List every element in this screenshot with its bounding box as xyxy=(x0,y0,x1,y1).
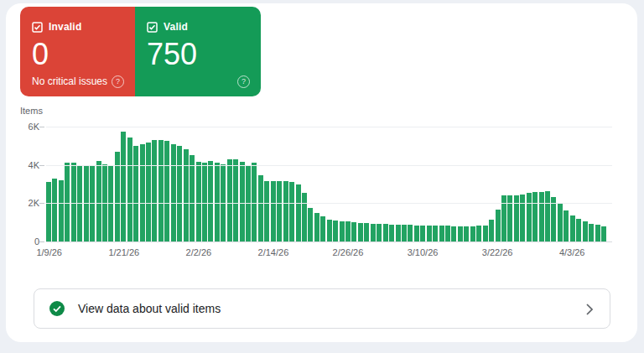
chart-bar[interactable] xyxy=(351,222,356,241)
chart-bar[interactable] xyxy=(402,225,407,241)
chart-bar[interactable] xyxy=(396,225,401,241)
chart-bar[interactable] xyxy=(414,226,419,241)
chart-bar[interactable] xyxy=(258,175,263,241)
chart-bar[interactable] xyxy=(558,204,563,241)
chart-bar[interactable] xyxy=(527,193,532,241)
chart-bar[interactable] xyxy=(264,181,269,241)
chart-bar[interactable] xyxy=(595,225,600,241)
chart-bar[interactable] xyxy=(296,184,301,242)
chart-bar[interactable] xyxy=(146,143,151,241)
chart-bar[interactable] xyxy=(420,226,425,241)
chart-bar[interactable] xyxy=(283,181,288,241)
chart-bar[interactable] xyxy=(520,195,525,241)
x-axis-label: 1/9/26 xyxy=(36,247,62,257)
invalid-card[interactable]: Invalid 0 No critical issues ? xyxy=(20,7,135,96)
chart-bar[interactable] xyxy=(184,149,189,241)
chart-bar[interactable] xyxy=(589,224,594,241)
gridline xyxy=(46,165,612,166)
chart-bar[interactable] xyxy=(583,221,588,241)
chart-bar[interactable] xyxy=(171,144,176,241)
chart-bar[interactable] xyxy=(277,181,282,241)
chart-bar[interactable] xyxy=(532,192,538,241)
chart-bar[interactable] xyxy=(358,223,363,241)
report-panel: Invalid 0 No critical issues ? Valid 750… xyxy=(6,3,637,342)
chart-bar[interactable] xyxy=(320,216,325,241)
items-chart: 6K4K2K01/9/261/21/262/2/262/14/262/26/26… xyxy=(6,127,637,273)
chart-bar[interactable] xyxy=(464,226,469,241)
chart-bar[interactable] xyxy=(208,161,213,241)
chart-bar[interactable] xyxy=(121,132,126,241)
chart-bar[interactable] xyxy=(252,163,257,241)
chart-bar[interactable] xyxy=(564,210,569,241)
help-icon[interactable]: ? xyxy=(112,75,124,88)
chart-bar[interactable] xyxy=(152,140,157,241)
chart-bar[interactable] xyxy=(96,161,101,241)
y-axis-label: 2K xyxy=(6,198,39,208)
chart-bar[interactable] xyxy=(476,226,481,241)
valid-card[interactable]: Valid 750 ? xyxy=(135,7,261,96)
chart-bar[interactable] xyxy=(545,191,550,241)
chart-bar[interactable] xyxy=(389,225,394,241)
chart-bar[interactable] xyxy=(202,163,207,241)
chart-bar[interactable] xyxy=(158,140,164,241)
chart-bar[interactable] xyxy=(52,179,57,241)
chart-bar[interactable] xyxy=(377,224,382,241)
chart-bar[interactable] xyxy=(333,221,338,241)
chart-bar[interactable] xyxy=(458,226,463,241)
invalid-card-label: Invalid xyxy=(49,21,81,33)
chart-bar[interactable] xyxy=(140,144,145,241)
chart-bar[interactable] xyxy=(340,221,345,241)
chart-bar[interactable] xyxy=(433,226,438,241)
chart-bar[interactable] xyxy=(539,192,544,241)
chart-bar[interactable] xyxy=(408,225,413,241)
chart-plot xyxy=(46,127,612,242)
checked-checkbox-icon[interactable] xyxy=(147,22,158,33)
chart-bar[interactable] xyxy=(496,210,501,241)
chart-bar[interactable] xyxy=(445,226,450,241)
chart-bar[interactable] xyxy=(383,224,388,241)
chart-bar[interactable] xyxy=(576,219,581,241)
chart-bar[interactable] xyxy=(271,181,276,241)
chart-bar[interactable] xyxy=(345,221,351,241)
chart-bar[interactable] xyxy=(127,138,132,241)
chart-bar[interactable] xyxy=(289,182,294,241)
chart-bar[interactable] xyxy=(501,195,506,241)
y-axis-tick xyxy=(39,127,44,127)
chart-bar[interactable] xyxy=(164,141,169,241)
status-cards: Invalid 0 No critical issues ? Valid 750… xyxy=(20,7,261,96)
chart-bar[interactable] xyxy=(308,208,313,241)
chart-bar[interactable] xyxy=(177,146,182,241)
chart-bar[interactable] xyxy=(570,215,575,241)
invalid-count: 0 xyxy=(32,39,123,70)
chart-bar[interactable] xyxy=(439,226,444,241)
chart-bar[interactable] xyxy=(451,226,456,241)
chart-bar[interactable] xyxy=(196,162,201,241)
chart-bar[interactable] xyxy=(71,163,76,241)
chart-bar[interactable] xyxy=(215,163,220,241)
chart-bar[interactable] xyxy=(427,226,432,241)
chart-bar[interactable] xyxy=(302,193,307,241)
chart-bar[interactable] xyxy=(314,213,319,241)
chart-bar[interactable] xyxy=(227,159,232,241)
chart-bar[interactable] xyxy=(483,226,488,241)
y-axis-label: 6K xyxy=(6,122,39,132)
chart-bar[interactable] xyxy=(364,223,369,241)
chart-bar[interactable] xyxy=(470,226,475,241)
chart-bar[interactable] xyxy=(240,162,245,241)
chart-bar[interactable] xyxy=(65,163,70,241)
help-icon[interactable]: ? xyxy=(237,75,250,88)
chart-bar[interactable] xyxy=(489,220,494,241)
chart-bar[interactable] xyxy=(371,224,376,241)
chart-bar[interactable] xyxy=(233,159,238,241)
chart-bar[interactable] xyxy=(190,155,195,241)
chart-bar[interactable] xyxy=(59,180,64,241)
gridline xyxy=(46,203,612,204)
chart-bar[interactable] xyxy=(46,182,51,241)
chart-bar[interactable] xyxy=(133,146,138,241)
x-axis-label: 2/2/26 xyxy=(186,247,212,257)
checked-checkbox-icon[interactable] xyxy=(32,22,43,33)
chart-bar[interactable] xyxy=(601,226,606,241)
chart-bar[interactable] xyxy=(327,220,332,241)
chart-bar[interactable] xyxy=(551,197,556,241)
view-valid-items-button[interactable]: View data about valid items xyxy=(34,288,610,329)
